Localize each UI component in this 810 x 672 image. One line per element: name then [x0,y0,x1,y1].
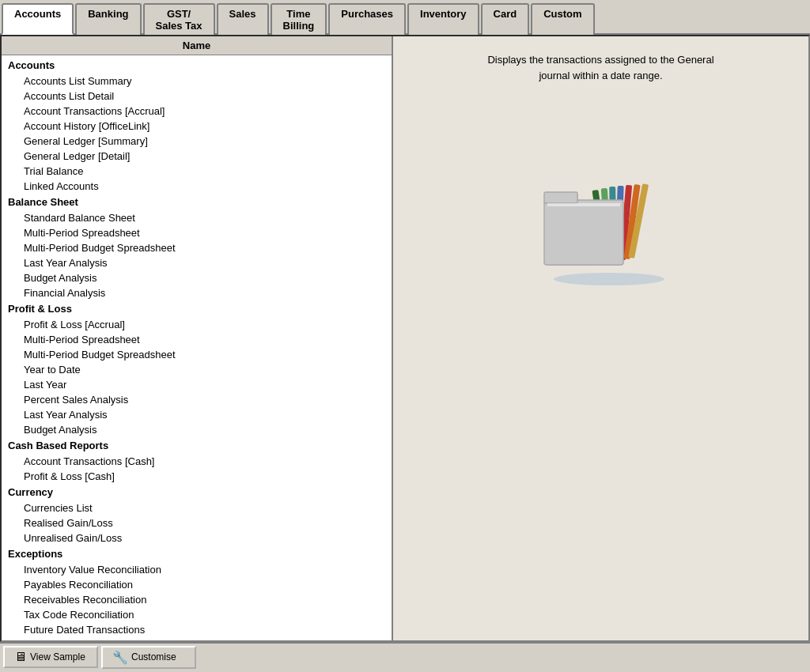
list-item[interactable]: Profit & Loss [Cash] [2,469,392,484]
tab-banking[interactable]: Banking [75,3,141,35]
category-balance-sheet: Balance Sheet [2,194,392,210]
list-item[interactable]: General Ledger [Summary] [2,134,392,149]
main-content: Name Accounts Accounts List Summary Acco… [0,35,810,642]
tab-inventory[interactable]: Inventory [407,3,479,35]
tab-bar: Accounts Banking GST/Sales Tax Sales Tim… [0,0,810,35]
svg-rect-12 [547,203,620,206]
list-item[interactable]: Budget Analysis [2,422,392,437]
list-item[interactable]: Inventory Value Reconciliation [2,562,392,577]
list-item[interactable]: Budget Analysis [2,270,392,285]
list-item[interactable]: Last Year Analysis [2,255,392,270]
tab-gst-sales-tax[interactable]: GST/Sales Tax [143,3,215,35]
tab-purchases[interactable]: Purchases [328,3,406,35]
list-item[interactable]: Standard Balance Sheet [2,210,392,225]
list-item[interactable]: Financial Analysis [2,285,392,300]
svg-rect-11 [544,192,577,203]
list-item[interactable]: Multi-Period Spreadsheet [2,225,392,240]
list-panel[interactable]: Name Accounts Accounts List Summary Acco… [2,36,393,640]
list-item-linked-accounts[interactable]: Linked Accounts [2,179,392,194]
customise-icon: 🔧 [112,650,128,665]
folder-illustration [522,162,680,289]
list-item[interactable]: Profit & Loss [Accrual] [2,317,392,332]
tab-time-billing[interactable]: TimeBilling [271,3,327,35]
category-exceptions: Exceptions [2,546,392,562]
list-item[interactable]: Percent Sales Analysis [2,392,392,407]
view-sample-button[interactable]: 🖥 View Sample [3,646,98,668]
list-item[interactable]: Accounts List Summary [2,74,392,89]
list-item[interactable]: Year to Date [2,362,392,377]
list-item-prepaid[interactable]: Prepaid Transactions [2,637,392,640]
tab-card[interactable]: Card [481,3,530,35]
list-item[interactable]: Currencies List [2,500,392,515]
list-item-receivables-reconciliation[interactable]: Receivables Reconciliation [2,592,392,607]
svg-point-0 [554,273,664,285]
customise-button[interactable]: 🔧 Customise [101,646,196,669]
list-item[interactable]: Realised Gain/Loss [2,515,392,530]
list-item[interactable]: Tax Code Reconciliation [2,607,392,622]
preview-description: Displays the transactions assigned to th… [483,52,720,83]
tab-custom[interactable]: Custom [531,3,594,35]
category-accounts: Accounts [2,57,392,74]
list-header: Name [2,36,392,55]
list-item[interactable]: Multi-Period Budget Spreadsheet [2,240,392,255]
list-item[interactable]: Multi-Period Spreadsheet [2,332,392,347]
list-item-last-year-analysis[interactable]: Last Year Analysis [2,407,392,422]
list-item[interactable]: Account History [OfficeLink] [2,119,392,134]
list-item[interactable]: Multi-Period Budget Spreadsheet [2,347,392,362]
category-currency: Currency [2,484,392,500]
list-item[interactable]: Trial Balance [2,164,392,179]
list-item[interactable]: Payables Reconciliation [2,577,392,592]
svg-rect-10 [544,200,623,265]
list-item[interactable]: General Ledger [Detail] [2,149,392,164]
bottom-toolbar: 🖥 View Sample 🔧 Customise [0,642,810,670]
list-item[interactable]: Account Transactions [Accrual] [2,104,392,119]
list-item-last-year[interactable]: Last Year [2,377,392,392]
preview-panel: Displays the transactions assigned to th… [393,36,808,640]
list-item[interactable]: Unrealised Gain/Loss [2,530,392,546]
list-item[interactable]: Account Transactions [Cash] [2,454,392,469]
tab-accounts[interactable]: Accounts [2,3,74,35]
category-cash-based: Cash Based Reports [2,437,392,454]
view-sample-icon: 🖥 [14,650,27,664]
tab-sales[interactable]: Sales [217,3,269,35]
list-item-future-dated[interactable]: Future Dated Transactions [2,622,392,637]
list-item[interactable]: Accounts List Detail [2,89,392,104]
folder-svg [522,162,680,289]
list-items: Accounts Accounts List Summary Accounts … [2,55,392,640]
category-profit-loss: Profit & Loss [2,300,392,317]
